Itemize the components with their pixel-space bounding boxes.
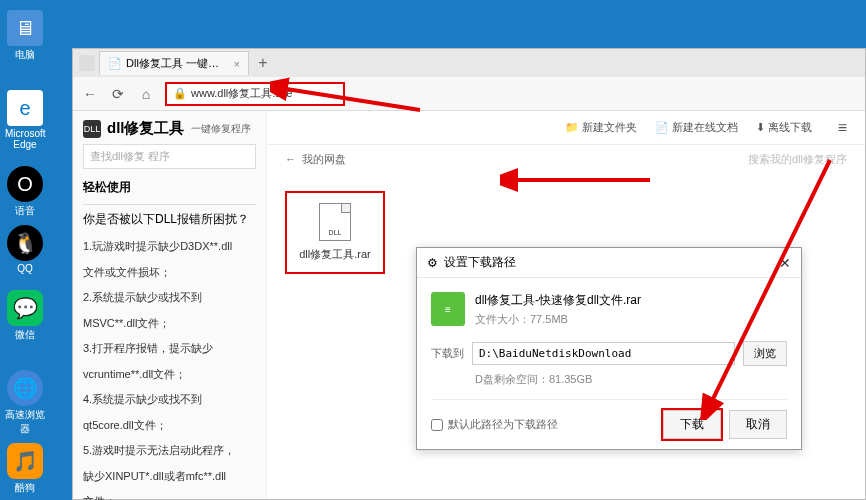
desktop-icon-voice[interactable]: O语音 — [5, 166, 45, 218]
gear-icon: ⚙ — [427, 256, 438, 270]
breadcrumb-back-icon[interactable]: ← — [285, 153, 296, 165]
list-item: qt5core.dll文件； — [83, 417, 256, 434]
download-to-label: 下载到 — [431, 346, 464, 361]
list-item: vcruntime**.dll文件； — [83, 366, 256, 383]
sidebar-search[interactable]: 查找dll修复 程序 — [83, 144, 256, 169]
dialog-titlebar: ⚙ 设置下载路径 ✕ — [417, 248, 801, 278]
refresh-button[interactable]: ⟳ — [109, 85, 127, 103]
sidebar: DLL dll修复工具 一键修复程序 查找dll修复 程序 轻松使用 你是否被以… — [73, 111, 267, 499]
list-item: 文件或文件损坏； — [83, 264, 256, 281]
toolbar: 📁新建文件夹 📄新建在线文档 ⬇离线下载 ≡ — [267, 111, 865, 145]
cancel-button[interactable]: 取消 — [729, 410, 787, 439]
offline-download-button[interactable]: ⬇离线下载 — [756, 120, 812, 135]
list-item: 4.系统提示缺少或找不到 — [83, 391, 256, 408]
breadcrumb-right: 搜索我的dll修复程序 — [748, 152, 847, 167]
download-icon: ⬇ — [756, 121, 765, 134]
download-button[interactable]: 下载 — [663, 410, 721, 439]
file-icon: DLL — [319, 203, 351, 241]
doc-icon: 📄 — [655, 121, 669, 134]
download-dialog: ⚙ 设置下载路径 ✕ ≡ dll修复工具-快速修复dll文件.rar 文件大小：… — [416, 247, 802, 450]
checkbox-input[interactable] — [431, 419, 443, 431]
tab-favicon: 📄 — [108, 57, 122, 70]
list-item: 缺少XINPUT*.dll或者mfc**.dll — [83, 468, 256, 485]
url-input[interactable]: 🔒 www.dll修复工具.site — [165, 82, 345, 106]
dialog-title: 设置下载路径 — [444, 254, 516, 271]
desktop-icon-kugou[interactable]: 🎵酷狗 — [5, 443, 45, 495]
question-heading: 你是否被以下DLL报错所困扰？ — [83, 211, 256, 228]
brand-subtitle: 一键修复程序 — [191, 122, 251, 136]
desktop-icon-qq[interactable]: 🐧QQ — [5, 225, 45, 274]
url-text: www.dll修复工具.site — [191, 86, 292, 101]
disk-free-text: D盘剩余空间：81.35GB — [475, 372, 787, 387]
tab-bar: 📄 Dll修复工具 一键修复电脑丢失D × + — [73, 49, 865, 77]
list-item: 文件； — [83, 493, 256, 500]
list-item: MSVC**.dll文件； — [83, 315, 256, 332]
brand-title: dll修复工具 — [107, 119, 185, 138]
dialog-file-name: dll修复工具-快速修复dll文件.rar — [475, 292, 641, 309]
list-item: 1.玩游戏时提示缺少D3DX**.dll — [83, 238, 256, 255]
path-input[interactable] — [472, 342, 735, 365]
browse-button[interactable]: 浏览 — [743, 341, 787, 366]
folder-plus-icon: 📁 — [565, 121, 579, 134]
desktop-icon-browser[interactable]: 🌐高速浏览器 — [5, 370, 45, 436]
desktop-icon-computer[interactable]: 🖥电脑 — [5, 10, 45, 62]
new-online-doc-button[interactable]: 📄新建在线文档 — [655, 120, 738, 135]
back-button[interactable]: ← — [81, 85, 99, 103]
file-item[interactable]: DLL dll修复工具.rar — [285, 191, 385, 274]
tab-title: Dll修复工具 一键修复电脑丢失D — [126, 56, 226, 71]
default-path-checkbox[interactable]: 默认此路径为下载路径 — [431, 417, 558, 432]
breadcrumb: ← 我的网盘 搜索我的dll修复程序 — [267, 145, 865, 173]
archive-icon: ≡ — [431, 292, 465, 326]
home-button[interactable]: ⌂ — [137, 85, 155, 103]
file-name: dll修复工具.rar — [293, 247, 377, 262]
breadcrumb-label[interactable]: 我的网盘 — [302, 152, 346, 167]
dialog-file-size: 文件大小：77.5MB — [475, 312, 641, 327]
tab-close-icon[interactable]: × — [234, 58, 240, 70]
menu-button[interactable]: ≡ — [838, 119, 847, 137]
browser-tab[interactable]: 📄 Dll修复工具 一键修复电脑丢失D × — [99, 51, 249, 75]
desktop-icon-edge[interactable]: eMicrosoft Edge — [5, 90, 45, 150]
profile-icon[interactable] — [79, 55, 95, 71]
desktop-icon-wechat[interactable]: 💬微信 — [5, 290, 45, 342]
close-icon[interactable]: ✕ — [779, 255, 791, 271]
list-item: 5.游戏时提示无法启动此程序， — [83, 442, 256, 459]
lock-icon: 🔒 — [173, 87, 187, 100]
new-tab-button[interactable]: + — [251, 54, 275, 72]
section-title: 轻松使用 — [83, 179, 256, 196]
address-bar: ← ⟳ ⌂ 🔒 www.dll修复工具.site — [73, 77, 865, 111]
new-folder-button[interactable]: 📁新建文件夹 — [565, 120, 637, 135]
brand-icon: DLL — [83, 120, 101, 138]
list-item: 2.系统提示缺少或找不到 — [83, 289, 256, 306]
list-item: 3.打开程序报错，提示缺少 — [83, 340, 256, 357]
